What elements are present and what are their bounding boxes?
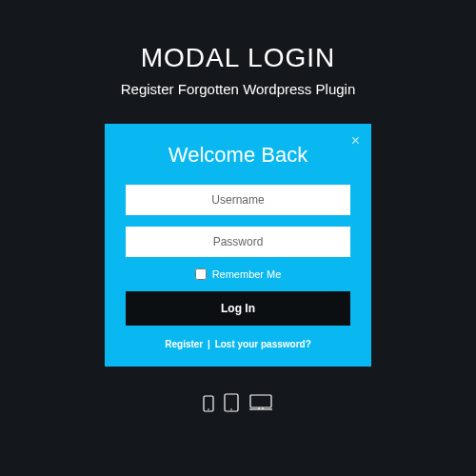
svg-rect-4: [250, 395, 271, 407]
remember-label: Remember Me: [212, 268, 282, 280]
modal-title: Welcome Back: [126, 143, 350, 168]
phone-icon: [203, 395, 214, 416]
page-subtitle: Register Forgotten Wordpress Plugin: [121, 81, 356, 97]
remember-checkbox[interactable]: [195, 268, 207, 280]
page-title: MODAL LOGIN: [141, 43, 335, 73]
login-modal: × Welcome Back Remember Me Log In Regist…: [105, 124, 371, 367]
username-input[interactable]: [126, 185, 350, 215]
close-icon[interactable]: ×: [351, 133, 360, 149]
remember-row: Remember Me: [126, 268, 350, 280]
device-icons: [203, 393, 273, 416]
tablet-icon: [224, 393, 239, 416]
register-link[interactable]: Register: [165, 339, 203, 349]
svg-point-1: [208, 408, 209, 410]
password-input[interactable]: [126, 227, 350, 257]
desktop-icon: [248, 393, 273, 416]
links-row: Register | Lost your password?: [126, 339, 350, 349]
svg-point-3: [230, 408, 232, 410]
login-button[interactable]: Log In: [126, 291, 350, 326]
links-separator: |: [205, 339, 212, 349]
lost-password-link[interactable]: Lost your password?: [215, 339, 311, 349]
